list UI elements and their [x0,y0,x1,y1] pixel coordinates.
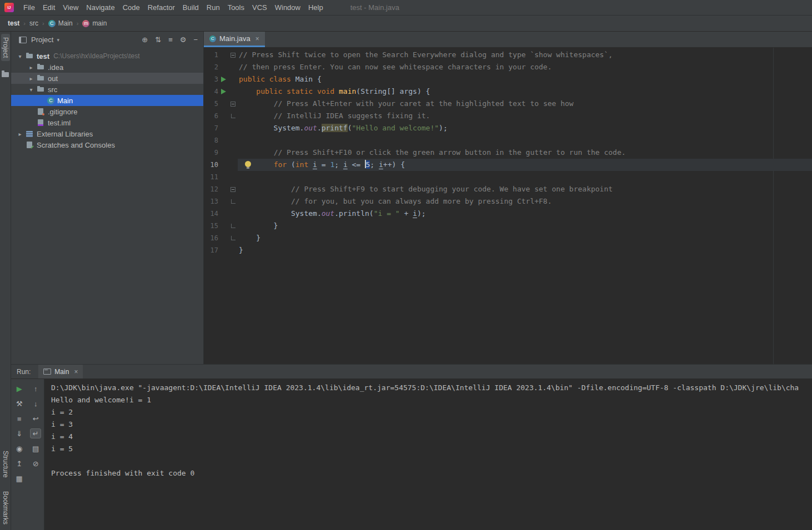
fold-end-icon[interactable] [231,114,235,118]
expand-all-icon[interactable]: ⇅ [155,36,161,44]
code-line-8[interactable]: 8 [204,134,812,147]
menu-tools[interactable]: Tools [224,2,248,13]
line-wrap-icon[interactable]: ↩ [30,413,41,423]
menu-file[interactable]: File [19,2,39,13]
chevron-down-icon[interactable]: ▾ [57,37,59,43]
fold-collapse-icon[interactable] [230,53,235,58]
stop-icon[interactable]: ■ [14,413,25,423]
menu-run[interactable]: Run [203,2,224,13]
breadcrumb-src[interactable]: src [29,19,38,27]
chevron-down-icon[interactable]: ▾ [27,87,36,93]
run-line-icon[interactable] [221,77,226,82]
intellij-logo-icon: IJ [4,3,14,12]
settings-icon[interactable]: ⚙ [180,36,187,44]
chevron-right-icon[interactable]: ▸ [16,131,24,137]
menu-window[interactable]: Window [271,2,304,13]
project-panel-header: Project ▾ ⊕⇅≡⚙− [11,32,203,48]
code-line-1[interactable]: 1// Press Shift twice to open the Search… [204,49,812,61]
tree-item-src[interactable]: ▾src [11,84,203,95]
select-opened-file-icon[interactable]: ⊕ [142,36,148,44]
chevron-down-icon[interactable]: ▾ [16,53,24,59]
code-line-6[interactable]: 6 // IntelliJ IDEA suggests fixing it. [204,110,812,122]
project-panel-title[interactable]: Project [31,36,53,44]
chevron-right-icon[interactable]: ▸ [27,75,36,82]
fold-end-icon[interactable] [231,199,235,204]
tree-item-main[interactable]: CMain [11,95,203,106]
close-icon[interactable]: × [255,35,259,43]
code-line-5[interactable]: 5 // Press Alt+Enter with your caret at … [204,98,812,110]
code-line-11[interactable]: 11 [204,171,812,183]
folder-stripe-icon[interactable] [2,72,9,77]
code-line-4[interactable]: 4 public static void main(String[] args)… [204,85,812,98]
tree-item-external-libraries[interactable]: ▸External Libraries [11,128,203,139]
menu-edit[interactable]: Edit [39,2,59,13]
scroll-down-icon[interactable]: ↓ [30,398,41,408]
stripe-button-bookmarks[interactable]: Bookmarks [1,488,10,528]
tree-item-test[interactable]: ▾testC:\Users\hx\IdeaProjects\test [11,51,203,62]
code-line-2[interactable]: 2// then press Enter. You can now see wh… [204,61,812,73]
line-number: 11 [204,171,218,183]
settings-wrench-icon[interactable]: ⚒ [14,398,25,408]
soft-wrap-icon[interactable]: ↵ [30,428,41,438]
method-icon: m [82,20,89,27]
chevron-right-icon[interactable]: ▸ [27,64,36,70]
menu-code[interactable]: Code [119,2,144,13]
code-line-12[interactable]: 12 // Press Shift+F9 to start debugging … [204,183,812,195]
code-line-13[interactable]: 13 // for you, but you can always add mo… [204,195,812,208]
screenshot-icon[interactable]: ◉ [14,443,25,453]
code-line-15[interactable]: 15 } [204,220,812,232]
menu-help[interactable]: Help [304,2,327,13]
code-line-14[interactable]: 14 System.out.println("i = " + i); [204,208,812,220]
rerun-icon[interactable]: ▶ [14,383,25,393]
fold-collapse-icon[interactable] [230,187,235,192]
code-line-10[interactable]: 10 for (int i = 1; i <= 5; i++) { [204,159,812,171]
stripe-button-project[interactable]: Project [1,34,10,61]
tree-item-scratches-and-consoles[interactable]: Scratches and Consoles [11,139,203,150]
tool-window-stripe: Project Structure Bookmarks [0,32,11,530]
editor-tab-main-java[interactable]: C Main.java × [204,32,265,47]
run-console[interactable]: D:\JDK\bin\java.exe "-javaagent:D:\IDEA\… [44,379,812,530]
menu-view[interactable]: View [59,2,82,13]
project-header-icons: ⊕⇅≡⚙− [142,36,198,44]
collapse-all-icon[interactable]: ≡ [168,36,173,44]
menu-refactor[interactable]: Refactor [144,2,179,13]
run-line-icon[interactable] [221,89,226,94]
tree-item-test-iml[interactable]: test.iml [11,117,203,128]
fold-collapse-icon[interactable] [230,102,235,107]
menu-navigate[interactable]: Navigate [82,2,118,13]
class-icon: C [209,36,216,42]
dump-threads-icon[interactable]: ⇓ [14,428,25,438]
intention-bulb-icon[interactable] [245,161,251,167]
layout-icon[interactable]: ▦ [14,473,25,483]
tree-item-out[interactable]: ▸out [11,73,203,84]
project-tool-window: Project ▾ ⊕⇅≡⚙− ▾testC:\Users\hx\IdeaPro… [11,32,204,364]
scroll-up-icon[interactable]: ↑ [30,383,41,393]
editor-code-area[interactable]: 1// Press Shift twice to open the Search… [204,48,812,364]
tree-item--gitignore[interactable]: .gitignore [11,106,203,117]
fold-end-icon[interactable] [231,236,235,240]
fold-end-icon[interactable] [231,224,235,228]
code-line-9[interactable]: 9 // Press Shift+F10 or click the green … [204,147,812,159]
clear-all-icon[interactable]: ⊘ [30,458,41,468]
run-tab-main[interactable]: Main × [38,365,83,378]
project-window-icon [19,37,27,43]
code-line-3[interactable]: 3public class Main { [204,73,812,85]
line-number: 6 [204,110,218,122]
breadcrumb-main[interactable]: mmain [82,19,107,27]
close-icon[interactable]: × [74,368,78,376]
gitignore-icon [36,107,45,116]
code-line-16[interactable]: 16 } [204,232,812,244]
menu-vcs[interactable]: VCS [248,2,271,13]
run-tool-window: Run: Main × ▶⚒■⇓◉↥▦ ↑↓↩↵▤⊘ D:\JDK\bin\ja… [11,364,812,530]
hide-icon[interactable]: − [193,36,198,44]
print-icon[interactable]: ▤ [30,443,41,453]
tree-item--idea[interactable]: ▸.idea [11,62,203,73]
stripe-button-structure[interactable]: Structure [1,447,10,481]
export-icon[interactable]: ↥ [14,458,25,468]
code-line-7[interactable]: 7 System.out.printf("Hello and welcome!"… [204,122,812,134]
code-line-17[interactable]: 17} [204,244,812,256]
breadcrumb-main[interactable]: CMain [48,19,73,27]
breadcrumb-test[interactable]: test [8,19,19,27]
menu-build[interactable]: Build [179,2,203,13]
line-number: 14 [204,208,218,220]
